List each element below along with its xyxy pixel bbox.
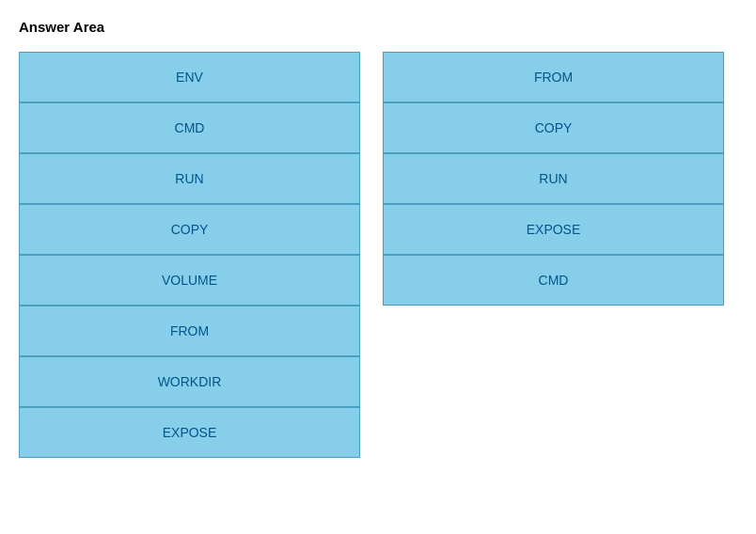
left-item-env[interactable]: ENV — [19, 52, 360, 102]
right-item-cmd-4[interactable]: CMD — [383, 255, 724, 306]
left-item-from[interactable]: FROM — [19, 306, 360, 356]
page-title: Answer Area — [19, 19, 737, 35]
right-column: FROMCOPYRUNEXPOSECMD — [383, 52, 724, 306]
left-item-expose[interactable]: EXPOSE — [19, 407, 360, 458]
left-item-copy[interactable]: COPY — [19, 204, 360, 255]
columns-container: ENVCMDRUNCOPYVOLUMEFROMWORKDIREXPOSE FRO… — [19, 52, 737, 458]
right-item-expose-3[interactable]: EXPOSE — [383, 204, 724, 255]
left-item-cmd[interactable]: CMD — [19, 102, 360, 153]
left-item-workdir[interactable]: WORKDIR — [19, 356, 360, 407]
right-item-run-2[interactable]: RUN — [383, 153, 724, 204]
right-item-copy-1[interactable]: COPY — [383, 102, 724, 153]
right-item-from-0[interactable]: FROM — [383, 52, 724, 102]
left-item-volume[interactable]: VOLUME — [19, 255, 360, 306]
left-column: ENVCMDRUNCOPYVOLUMEFROMWORKDIREXPOSE — [19, 52, 360, 458]
left-item-run[interactable]: RUN — [19, 153, 360, 204]
